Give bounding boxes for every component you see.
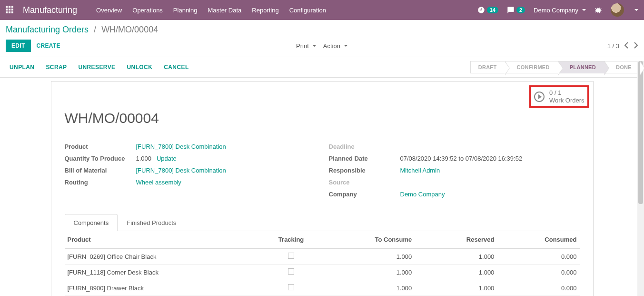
pager-text: 1 / 3 xyxy=(607,42,619,50)
breadcrumb-root[interactable]: Manufacturing Orders xyxy=(6,25,89,34)
checkbox-icon xyxy=(288,284,294,290)
user-avatar[interactable] xyxy=(611,3,624,17)
cell-reserved: 1.000 xyxy=(415,265,497,280)
record-title: WH/MO/00004 xyxy=(65,110,580,126)
lbl-routing: Routing xyxy=(65,179,136,186)
pager-prev[interactable] xyxy=(624,42,629,50)
cell-tracking xyxy=(260,265,322,280)
th-consumed[interactable]: Consumed xyxy=(497,231,579,248)
nav-configuration[interactable]: Configuration xyxy=(289,7,326,14)
work-orders-stat[interactable]: 0 / 1 Work Orders xyxy=(529,85,589,108)
lbl-qty: Quantity To Produce xyxy=(65,155,136,162)
nav-reporting[interactable]: Reporting xyxy=(252,7,278,14)
apps-icon[interactable] xyxy=(6,6,14,14)
tabs: Components Finished Products Product Tra… xyxy=(65,214,580,296)
debug-icon[interactable] xyxy=(594,6,602,14)
table-row[interactable]: [FURN_0269] Office Chair Black1.0001.000… xyxy=(65,248,580,265)
step-confirmed[interactable]: CONFIRMED xyxy=(505,61,558,73)
pager: 1 / 3 xyxy=(607,42,638,50)
cell-reserved: 1.000 xyxy=(415,248,497,265)
val-product[interactable]: [FURN_7800] Desk Combination xyxy=(136,143,226,150)
th-reserved[interactable]: Reserved xyxy=(415,231,497,248)
company-switcher[interactable]: Demo Company xyxy=(534,7,586,14)
print-dropdown[interactable]: Print xyxy=(296,42,317,50)
action-unreserve[interactable]: UNRESERVE xyxy=(72,61,121,73)
checkbox-icon xyxy=(288,253,294,259)
components-table: Product Tracking To Consume Reserved Con… xyxy=(65,231,580,296)
cell-product: [FURN_8900] Drawer Black xyxy=(65,280,260,296)
nav-menu: Overview Operations Planning Master Data… xyxy=(96,7,477,14)
status-steps: DRAFT CONFIRMED PLANNED DONE xyxy=(470,61,640,73)
breadcrumb-bar: Manufacturing Orders / WH/MO/00004 xyxy=(0,20,644,37)
nav-right: 14 2 Demo Company xyxy=(477,3,638,17)
tab-components[interactable]: Components xyxy=(65,214,118,231)
th-tracking[interactable]: Tracking xyxy=(260,231,322,248)
val-bom[interactable]: [FURN_7800] Desk Combination xyxy=(136,167,226,174)
left-column: Product [FURN_7800] Desk Combination Qua… xyxy=(65,141,316,200)
form-sheet: 0 / 1 Work Orders WH/MO/00004 Product [F… xyxy=(51,81,594,296)
lbl-planned: Planned Date xyxy=(329,155,400,162)
app-brand[interactable]: Manufacturing xyxy=(23,5,77,15)
activity-indicator[interactable]: 14 xyxy=(477,6,498,14)
nav-master-data[interactable]: Master Data xyxy=(208,7,241,14)
lbl-company: Company xyxy=(329,191,400,198)
cell-tracking xyxy=(260,248,322,265)
cell-to-consume: 1.000 xyxy=(322,265,415,280)
cell-product: [FURN_1118] Corner Desk Black xyxy=(65,265,260,280)
play-icon xyxy=(534,92,545,102)
val-company[interactable]: Demo Company xyxy=(400,191,445,198)
create-button[interactable]: CREATE xyxy=(31,40,66,52)
cell-consumed: 0.000 xyxy=(497,280,579,296)
nav-operations[interactable]: Operations xyxy=(132,7,163,14)
val-responsible[interactable]: Mitchell Admin xyxy=(400,167,440,174)
lbl-product: Product xyxy=(65,143,136,150)
lbl-deadline: Deadline xyxy=(329,143,400,150)
work-orders-count: 0 / 1 xyxy=(549,89,584,97)
messages-indicator[interactable]: 2 xyxy=(507,6,525,14)
work-orders-label: Work Orders xyxy=(549,97,584,104)
val-routing[interactable]: Wheel assembly xyxy=(136,179,181,186)
cell-product: [FURN_0269] Office Chair Black xyxy=(65,248,260,265)
update-qty-link[interactable]: Update xyxy=(157,155,177,162)
action-unplan[interactable]: UNPLAN xyxy=(4,61,40,73)
pager-next[interactable] xyxy=(634,42,638,50)
th-product[interactable]: Product xyxy=(65,231,260,248)
edit-button[interactable]: EDIT xyxy=(6,40,31,52)
action-cancel[interactable]: CANCEL xyxy=(158,61,194,73)
status-bar: UNPLAN SCRAP UNRESERVE UNLOCK CANCEL DRA… xyxy=(0,57,644,78)
action-dropdown[interactable]: Action xyxy=(323,42,348,50)
vertical-scrollbar[interactable] xyxy=(637,61,644,296)
nav-overview[interactable]: Overview xyxy=(96,7,122,14)
user-menu-caret[interactable] xyxy=(634,9,638,11)
cell-reserved: 1.000 xyxy=(415,280,497,296)
step-draft[interactable]: DRAFT xyxy=(470,61,505,73)
val-planned: 07/08/2020 14:39:52 to 07/08/2020 16:39:… xyxy=(400,155,523,162)
messages-badge: 2 xyxy=(516,7,525,13)
cell-to-consume: 1.000 xyxy=(322,248,415,265)
lbl-responsible: Responsible xyxy=(329,167,400,174)
table-row[interactable]: [FURN_8900] Drawer Black1.0001.0000.000 xyxy=(65,280,580,296)
activity-badge: 14 xyxy=(487,7,498,13)
table-row[interactable]: [FURN_1118] Corner Desk Black1.0001.0000… xyxy=(65,265,580,280)
form-scroll[interactable]: 0 / 1 Work Orders WH/MO/00004 Product [F… xyxy=(0,81,644,296)
cell-tracking xyxy=(260,280,322,296)
cell-to-consume: 1.000 xyxy=(322,280,415,296)
breadcrumb: Manufacturing Orders / WH/MO/00004 xyxy=(6,25,158,35)
step-done[interactable]: DONE xyxy=(604,61,640,73)
cell-consumed: 0.000 xyxy=(497,265,579,280)
th-to-consume[interactable]: To Consume xyxy=(322,231,415,248)
lbl-source: Source xyxy=(329,179,400,186)
action-unlock[interactable]: UNLOCK xyxy=(121,61,159,73)
action-scrap[interactable]: SCRAP xyxy=(40,61,72,73)
step-planned[interactable]: PLANNED xyxy=(558,61,604,73)
nav-planning[interactable]: Planning xyxy=(173,7,198,14)
right-column: Deadline Planned Date 07/08/2020 14:39:5… xyxy=(329,141,580,200)
tab-finished-products[interactable]: Finished Products xyxy=(118,214,185,231)
top-nav: Manufacturing Overview Operations Planni… xyxy=(0,0,644,20)
cell-consumed: 0.000 xyxy=(497,248,579,265)
lbl-bom: Bill of Material xyxy=(65,167,136,174)
center-actions: Print Action xyxy=(296,42,348,50)
breadcrumb-sep: / xyxy=(94,25,96,34)
checkbox-icon xyxy=(288,268,294,275)
breadcrumb-current: WH/MO/00004 xyxy=(101,25,158,34)
